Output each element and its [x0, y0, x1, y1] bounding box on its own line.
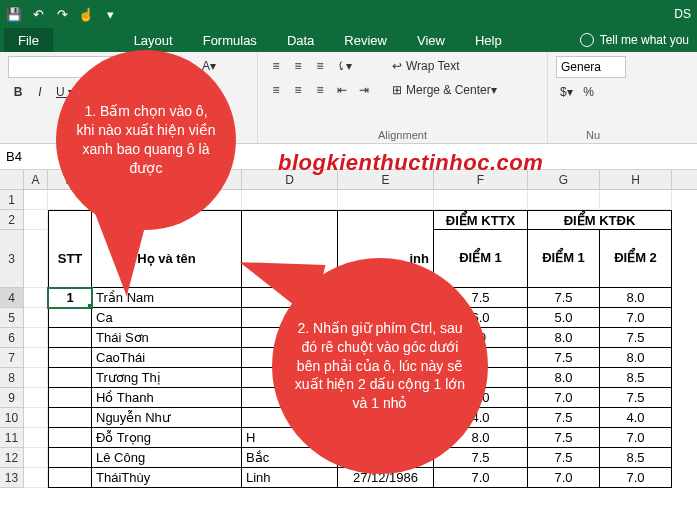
- cell[interactable]: 1✚: [48, 288, 92, 308]
- cell[interactable]: 7.5: [528, 408, 600, 428]
- cell[interactable]: Hồ Thanh: [92, 388, 242, 408]
- cell[interactable]: [48, 328, 92, 348]
- row-header-3[interactable]: 3: [0, 230, 23, 288]
- cell[interactable]: [48, 308, 92, 328]
- cell[interactable]: [24, 190, 48, 210]
- cell[interactable]: [600, 190, 672, 210]
- row-header-1[interactable]: 1: [0, 190, 23, 210]
- tab-formulas[interactable]: Formulas: [189, 28, 271, 52]
- cell[interactable]: [24, 328, 48, 348]
- row-header-9[interactable]: 9: [0, 388, 23, 408]
- row-header-6[interactable]: 6: [0, 328, 23, 348]
- cell[interactable]: 7.5: [528, 288, 600, 308]
- cell[interactable]: [48, 210, 92, 230]
- cell[interactable]: 7.0: [600, 468, 672, 488]
- cell[interactable]: [24, 448, 48, 468]
- cell[interactable]: [242, 190, 338, 210]
- header-stt[interactable]: STT: [48, 230, 92, 288]
- bold-button[interactable]: B: [8, 82, 28, 102]
- cell[interactable]: 7.5: [528, 428, 600, 448]
- tab-help[interactable]: Help: [461, 28, 516, 52]
- cell[interactable]: 7.5: [600, 328, 672, 348]
- cell[interactable]: 7.5: [600, 388, 672, 408]
- cell[interactable]: 7.5: [434, 448, 528, 468]
- row-header-10[interactable]: 10: [0, 408, 23, 428]
- cell[interactable]: Nguyễn Như: [92, 408, 242, 428]
- header-d3[interactable]: ĐIỂM 2: [600, 230, 672, 288]
- cell[interactable]: [434, 190, 528, 210]
- wrap-text-button[interactable]: ↩ Wrap Text: [388, 56, 518, 76]
- cell[interactable]: [24, 468, 48, 488]
- cell[interactable]: [24, 230, 48, 288]
- orientation-button[interactable]: ⤹▾: [332, 56, 356, 76]
- cell[interactable]: [242, 210, 338, 230]
- cell[interactable]: [48, 448, 92, 468]
- cell[interactable]: [24, 368, 48, 388]
- align-top-button[interactable]: ≡: [266, 56, 286, 76]
- header-d1[interactable]: ĐIỂM 1: [434, 230, 528, 288]
- cell[interactable]: 8.5: [600, 368, 672, 388]
- tab-review[interactable]: Review: [330, 28, 401, 52]
- cell[interactable]: 4.0: [600, 408, 672, 428]
- cell[interactable]: 7.5: [528, 448, 600, 468]
- cell[interactable]: Trương Thị: [92, 368, 242, 388]
- cell[interactable]: TháiThùy: [92, 468, 242, 488]
- tab-file[interactable]: File: [4, 28, 53, 52]
- cell[interactable]: Đỗ Trọng: [92, 428, 242, 448]
- align-bottom-button[interactable]: ≡: [310, 56, 330, 76]
- row-header-5[interactable]: 5: [0, 308, 23, 328]
- select-all-corner[interactable]: [0, 170, 24, 189]
- cell[interactable]: Thái Sơn: [92, 328, 242, 348]
- cell[interactable]: [338, 210, 434, 230]
- cell[interactable]: Ca: [92, 308, 242, 328]
- align-left-button[interactable]: ≡: [266, 80, 286, 100]
- row-header-8[interactable]: 8: [0, 368, 23, 388]
- cell[interactable]: [24, 428, 48, 448]
- cell[interactable]: 7.0: [600, 428, 672, 448]
- row-header-12[interactable]: 12: [0, 448, 23, 468]
- align-center-button[interactable]: ≡: [288, 80, 308, 100]
- cell[interactable]: Linh: [242, 468, 338, 488]
- save-icon[interactable]: 💾: [6, 6, 22, 22]
- cell[interactable]: 7.5: [528, 348, 600, 368]
- italic-button[interactable]: I: [30, 82, 50, 102]
- cell[interactable]: [528, 190, 600, 210]
- redo-icon[interactable]: ↷: [54, 6, 70, 22]
- cell[interactable]: [48, 348, 92, 368]
- cell[interactable]: 8.0: [528, 368, 600, 388]
- cell[interactable]: [24, 348, 48, 368]
- undo-icon[interactable]: ↶: [30, 6, 46, 22]
- col-header-h[interactable]: H: [600, 170, 672, 189]
- cell[interactable]: 8.5: [600, 448, 672, 468]
- number-format-box[interactable]: Genera: [556, 56, 626, 78]
- cell[interactable]: [24, 288, 48, 308]
- tell-me[interactable]: Tell me what you: [580, 28, 697, 52]
- row-header-4[interactable]: 4: [0, 288, 23, 308]
- cell[interactable]: [48, 468, 92, 488]
- cell[interactable]: [48, 408, 92, 428]
- accounting-button[interactable]: $▾: [556, 82, 577, 102]
- header-ktdk[interactable]: ĐIỂM KTĐK: [528, 210, 672, 230]
- cell[interactable]: [24, 308, 48, 328]
- cell[interactable]: [24, 210, 48, 230]
- percent-button[interactable]: %: [579, 82, 599, 102]
- row-header-13[interactable]: 13: [0, 468, 23, 488]
- cell[interactable]: 8.0: [528, 328, 600, 348]
- merge-center-button[interactable]: ⊞ Merge & Center ▾: [388, 80, 518, 100]
- increase-indent-button[interactable]: ⇥: [354, 80, 374, 100]
- cell[interactable]: 5.0: [528, 308, 600, 328]
- cell[interactable]: 7.0: [600, 308, 672, 328]
- cell[interactable]: 8.0: [600, 288, 672, 308]
- align-right-button[interactable]: ≡: [310, 80, 330, 100]
- cell[interactable]: [48, 368, 92, 388]
- cell[interactable]: [48, 388, 92, 408]
- align-middle-button[interactable]: ≡: [288, 56, 308, 76]
- row-header-11[interactable]: 11: [0, 428, 23, 448]
- cell[interactable]: 7.0: [528, 388, 600, 408]
- header-d2[interactable]: ĐIỂM 1: [528, 230, 600, 288]
- tab-view[interactable]: View: [403, 28, 459, 52]
- cell[interactable]: [48, 428, 92, 448]
- cell[interactable]: [24, 408, 48, 428]
- tab-data[interactable]: Data: [273, 28, 328, 52]
- cell[interactable]: Lê Công: [92, 448, 242, 468]
